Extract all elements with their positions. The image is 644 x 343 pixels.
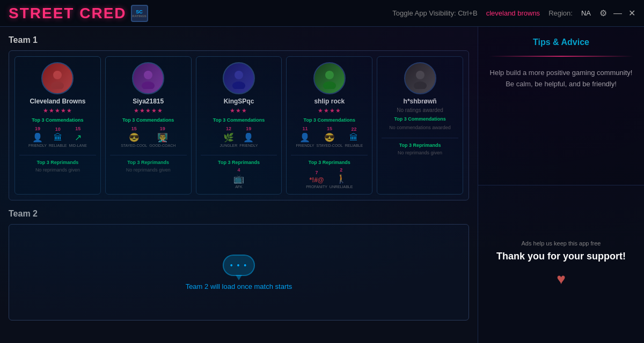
commend-stats-cleveland: 19 👤 FRIENDLY 10 🏛 RELIABLE 15 ↗ M <box>28 126 87 147</box>
player-stars-cleveland: ★★★★★ <box>43 107 72 114</box>
tips-title: Tips & Advice <box>489 38 633 47</box>
main-layout: Team 1 Cleveland Browns ★★★★★ Top 3 Comm… <box>0 27 644 343</box>
commend-stats-shlip: 11 👤 FRIENDLY 15 😎 STAYED-COOL 22 🏛 <box>296 126 363 147</box>
reprimand-item-profanity: 7 *!#@ PROFANITY <box>306 170 327 189</box>
settings-icon[interactable]: ⚙ <box>599 8 607 18</box>
reprimand-label-hsh: Top 3 Reprimands <box>399 143 441 148</box>
commend-item-midlane: 15 ↗ MID-LANE <box>69 126 86 147</box>
unreliable-icon: 🚶 <box>336 174 347 184</box>
commend-item-friendly: 11 👤 FRIENDLY <box>296 126 314 147</box>
player-avatar-cleveland <box>41 62 74 94</box>
team2-box: • • • Team 2 will load once match starts <box>9 224 469 320</box>
bubble-dots: • • • <box>230 261 247 270</box>
active-user-link[interactable]: cleveland browns <box>486 9 540 17</box>
player-avatar-siya <box>132 62 164 94</box>
minimize-icon[interactable]: — <box>613 9 622 18</box>
team1-label: Team 1 <box>9 35 469 45</box>
reprimand-item-afk: 4 📺 AFK <box>233 167 244 189</box>
player-avatar-king <box>223 62 255 94</box>
toggle-label: Toggle App Visibility: Ctrl+B <box>392 9 477 17</box>
reprimand-item-unreliable: 2 🚶 UNRELIABLE <box>330 167 353 189</box>
profanity-icon: *!#@ <box>309 176 324 184</box>
logo-badge: SC RATINGS <box>131 5 148 22</box>
commend-label-cleveland: Top 3 Commendations <box>32 117 83 123</box>
player-name-hsh: h*shbrøwñ <box>404 98 437 105</box>
no-ratings-hsh: No ratings awarded <box>397 107 443 113</box>
friendly-icon: 👤 <box>243 132 254 143</box>
header-right: Toggle App Visibility: Ctrl+B cleveland … <box>392 8 635 18</box>
reprimand-stats-shlip: 7 *!#@ PROFANITY 2 🚶 UNRELIABLE <box>306 167 353 189</box>
reliable-icon: 🏛 <box>54 133 62 143</box>
player-card-cleveland[interactable]: Cleveland Browns ★★★★★ Top 3 Commendatio… <box>14 56 101 195</box>
player-card-siya[interactable]: Siya21815 ★★★★★ Top 3 Commendations 15 😎… <box>105 56 192 195</box>
team1-box: Cleveland Browns ★★★★★ Top 3 Commendatio… <box>9 50 469 200</box>
reprimand-stats-king: 4 📺 AFK <box>233 167 244 189</box>
svg-point-6 <box>325 71 334 79</box>
content-area: Team 1 Cleveland Browns ★★★★★ Top 3 Comm… <box>0 27 478 343</box>
no-reprimand-hsh: No reprimands given <box>398 150 442 155</box>
player-avatar-shlip <box>313 62 346 94</box>
reliable-icon: 🏛 <box>349 133 358 143</box>
loading-bubble: • • • <box>223 255 255 276</box>
players-row: Cleveland Browns ★★★★★ Top 3 Commendatio… <box>14 56 463 195</box>
app-header: STREET CRED SC RATINGS Toggle App Visibi… <box>0 0 644 27</box>
ads-thank-text: Thank you for your support! <box>496 251 626 262</box>
region-label: Region: <box>548 9 573 17</box>
region-value: NA <box>581 9 591 17</box>
player-stars-king: ★★★ <box>230 107 247 114</box>
ads-section: Ads help us keep this app free Thank you… <box>478 185 644 344</box>
commend-label-shlip: Top 3 Commendations <box>304 117 355 123</box>
player-stars-siya: ★★★★★ <box>134 107 163 114</box>
heart-icon: ♥ <box>557 271 566 288</box>
player-card-king[interactable]: KingSPqc ★★★ Top 3 Commendations 12 🌿 JU… <box>196 56 282 195</box>
no-reprimand-cleveland: No reprimands given <box>35 167 80 173</box>
svg-point-7 <box>323 81 336 89</box>
commend-item-stayed-cool: 15 😎 STAYED-COOL <box>317 126 343 147</box>
reprimand-label-cleveland: Top 3 Reprimands <box>36 160 78 165</box>
divider <box>110 155 187 155</box>
app-title: STREET CRED <box>9 5 127 22</box>
commend-item-jungler: 12 🌿 JUNGLER <box>220 126 238 147</box>
player-stars-shlip: ★★★★ <box>318 107 341 114</box>
commend-label-king: Top 3 Commendations <box>213 117 265 123</box>
commend-label-siya: Top 3 Commendations <box>122 117 174 123</box>
commend-item-friendly: 19 👤 FRIENDLY <box>239 126 258 147</box>
stayed-cool-icon: 😎 <box>129 132 140 143</box>
commend-stats-siya: 15 😎 STAYED-COOL 19 👨‍🏫 GOOD-COACH <box>121 126 175 147</box>
midlane-icon: ↗ <box>75 132 82 143</box>
player-card-shlip[interactable]: shlip rock ★★★★ Top 3 Commendations 11 👤… <box>286 56 372 195</box>
reprimand-label-shlip: Top 3 Reprimands <box>309 160 350 165</box>
sidebar: Tips & Advice Help build a more positive… <box>478 27 644 343</box>
commend-item-reliable: 22 🏛 RELIABLE <box>345 126 363 147</box>
team2-waiting-text: Team 2 will load once match starts <box>186 282 292 290</box>
team2-label: Team 2 <box>9 209 469 219</box>
svg-point-2 <box>144 71 152 79</box>
divider <box>19 155 96 155</box>
tips-text: Help build a more positive gaming commun… <box>489 68 633 90</box>
player-name-king: KingSPqc <box>224 98 254 105</box>
stayed-cool-icon: 😎 <box>324 132 335 143</box>
player-card-hsh[interactable]: h*shbrøwñ No ratings awarded Top 3 Comme… <box>377 56 463 195</box>
reprimand-label-siya: Top 3 Reprimands <box>127 160 169 165</box>
friendly-icon: 👤 <box>32 132 43 143</box>
commend-item: 19 👤 FRIENDLY <box>28 126 47 147</box>
player-name-shlip: shlip rock <box>314 98 345 105</box>
ads-small-text: Ads help us keep this app free <box>522 240 601 247</box>
commend-item-stayed-cool: 15 😎 STAYED-COOL <box>121 126 147 147</box>
no-commend-hsh: No commendations awarded <box>389 125 451 130</box>
commend-item: 10 🏛 RELIABLE <box>49 126 67 147</box>
jungler-icon: 🌿 <box>223 132 234 143</box>
afk-icon: 📺 <box>233 174 244 184</box>
svg-point-5 <box>232 81 245 89</box>
close-icon[interactable]: ✕ <box>628 8 635 18</box>
divider <box>382 138 458 138</box>
svg-point-9 <box>414 81 427 89</box>
commend-stats-king: 12 🌿 JUNGLER 19 👤 FRIENDLY <box>220 126 258 147</box>
svg-point-0 <box>53 71 62 79</box>
divider <box>201 155 277 155</box>
reprimand-label-king: Top 3 Reprimands <box>218 160 260 165</box>
svg-point-3 <box>142 81 155 89</box>
player-name-siya: Siya21815 <box>133 98 164 105</box>
commend-label-hsh: Top 3 Commendations <box>394 116 445 122</box>
player-name-cleveland: Cleveland Browns <box>30 98 85 105</box>
